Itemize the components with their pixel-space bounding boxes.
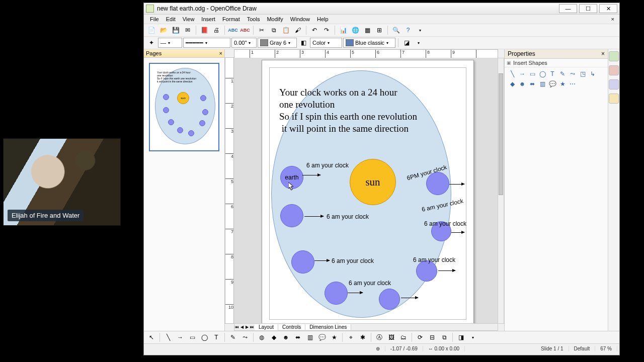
shape-connector-icon[interactable]: ⤳	[569, 70, 576, 77]
table-button[interactable]: ▦	[362, 25, 373, 36]
vertical-ruler[interactable]: 1 2 3 4 5 6 7 8 9 10	[225, 57, 234, 324]
stars-button[interactable]: ★	[329, 332, 340, 343]
scrollbar-thumb[interactable]	[499, 73, 503, 195]
shape-flowchart-icon[interactable]: ▥	[539, 80, 546, 87]
open-button[interactable]: 📂	[158, 25, 169, 36]
menu-window[interactable]: Window	[287, 16, 313, 23]
text-tool-button[interactable]: T	[211, 332, 222, 343]
email-button[interactable]: ✉	[182, 25, 193, 36]
fill-color-combo[interactable]: Blue classic▾	[343, 38, 395, 48]
arrow-shape[interactable]	[451, 232, 464, 233]
shape-callout-icon[interactable]: 💬	[549, 80, 556, 87]
arrow-style-combo[interactable]: — ▾	[158, 38, 182, 48]
shape-star-icon[interactable]: ★	[559, 80, 566, 87]
document-close-button[interactable]: ×	[609, 16, 616, 22]
menu-format[interactable]: Format	[219, 16, 243, 23]
tab-controls[interactable]: Controls	[278, 324, 305, 330]
align-button[interactable]: ⊟	[427, 332, 438, 343]
shape-more-arrow-icon[interactable]: ↳	[589, 70, 596, 77]
undo-button[interactable]: ↶	[309, 25, 320, 36]
connector-tool-button[interactable]: ⤳	[239, 332, 251, 343]
heading-text-shape[interactable]: Your clock works on a 24 hour one revolu…	[279, 86, 417, 135]
menu-tools[interactable]: Tools	[244, 16, 263, 23]
shape-text-icon[interactable]: T	[549, 70, 556, 77]
menu-file[interactable]: File	[147, 16, 162, 23]
tab-nav-next-button[interactable]: ▶	[245, 324, 250, 330]
earth-shape[interactable]	[416, 260, 437, 282]
area-dialog-button[interactable]: ◧	[298, 37, 309, 48]
symbol-shapes-button[interactable]: ☻	[280, 332, 291, 343]
sidebar-styles-button[interactable]	[609, 65, 619, 75]
extrusion-button[interactable]: ◨	[455, 332, 466, 343]
shape-ellipse-icon[interactable]: ◯	[539, 70, 546, 77]
menu-insert[interactable]: Insert	[198, 16, 218, 23]
auto-spellcheck-button[interactable]: ABC	[239, 25, 251, 36]
insert-shapes-group-header[interactable]: Insert Shapes	[505, 59, 608, 67]
zoom-button[interactable]: 🔍	[390, 25, 401, 36]
clock-label[interactable]: 6 am your clock	[327, 213, 369, 220]
export-pdf-button[interactable]: 📕	[199, 25, 210, 36]
drawing-page[interactable]: Your clock works on a 24 hour one revolu…	[262, 60, 474, 324]
toolbar-more-button[interactable]: ▾	[467, 332, 478, 343]
print-button[interactable]: 🖨	[211, 25, 222, 36]
sun-shape[interactable]: sun	[350, 159, 396, 205]
earth-shape[interactable]	[325, 282, 348, 305]
sidebar-gallery-button[interactable]	[609, 79, 619, 89]
earth-shape[interactable]	[379, 289, 400, 310]
sidebar-properties-button[interactable]	[609, 51, 619, 61]
shape-curve-icon[interactable]: ✎	[559, 70, 566, 77]
line-color-combo[interactable]: Gray 6▾	[258, 38, 297, 48]
arrow-shape[interactable]	[304, 216, 324, 217]
shape-arrow-icon[interactable]: →	[519, 70, 526, 77]
shape-block-arrow-icon[interactable]: ⬌	[529, 80, 536, 87]
shape-line-icon[interactable]: ╲	[509, 70, 516, 77]
shape-rect-icon[interactable]: ▭	[529, 70, 536, 77]
fontwork-button[interactable]: Ⓐ	[374, 332, 385, 343]
cut-button[interactable]: ✂	[256, 25, 267, 36]
toolbar-more-button[interactable]: ▾	[415, 25, 426, 36]
redo-button[interactable]: ↷	[321, 25, 332, 36]
tab-dimension-lines[interactable]: Dimension Lines	[305, 324, 351, 330]
flowchart-button[interactable]: ▥	[304, 332, 315, 343]
edit-points-button[interactable]: ⌖	[345, 332, 356, 343]
shape-more-icon[interactable]: ⋯	[569, 80, 576, 87]
ellipse-tool-button[interactable]: ◯	[199, 332, 210, 343]
spellcheck-button[interactable]: ABC	[227, 25, 238, 36]
minimize-button[interactable]: —	[559, 4, 577, 13]
menu-modify[interactable]: Modify	[264, 16, 286, 23]
hyperlink-button[interactable]: 🌐	[350, 25, 361, 36]
earth-shape[interactable]: earth	[280, 166, 303, 189]
navigator-button[interactable]: ⊞	[374, 25, 385, 36]
arrange-button[interactable]: ⧉	[439, 332, 450, 343]
arrow-shape[interactable]	[314, 260, 330, 261]
pages-panel-close-button[interactable]: ×	[219, 50, 222, 56]
3d-tool-button[interactable]: ◍	[256, 332, 267, 343]
close-button[interactable]: ✕	[599, 4, 617, 13]
select-tool-button[interactable]: ↖	[146, 332, 157, 343]
fill-mode-combo[interactable]: Color▾	[310, 38, 342, 48]
menu-edit[interactable]: Edit	[163, 16, 179, 23]
shape-basic-icon[interactable]: ◆	[509, 80, 516, 87]
arrow-shape[interactable]	[401, 298, 418, 298]
new-doc-button[interactable]: 📄	[146, 25, 157, 36]
line-width-combo[interactable]: 0.00"▾	[231, 38, 257, 48]
tab-nav-last-button[interactable]: ⏭	[250, 324, 255, 330]
copy-button[interactable]: ⧉	[268, 25, 279, 36]
sidebar-navigator-button[interactable]	[609, 94, 619, 104]
arrow-tool-button[interactable]: →	[175, 332, 186, 343]
page-thumbnail-1[interactable]: Your clock works on a 24 hourone revolut…	[149, 63, 219, 151]
arrow-shape[interactable]	[348, 293, 363, 293]
tab-nav-prev-button[interactable]: ◀	[239, 324, 245, 330]
earth-shape[interactable]	[291, 250, 314, 274]
tab-layout[interactable]: Layout	[255, 324, 278, 330]
clock-label[interactable]: 6 am your clock	[306, 162, 349, 169]
basic-shapes-button[interactable]: ◆	[268, 332, 279, 343]
arrow-shape[interactable]	[449, 184, 464, 185]
shape-symbol-icon[interactable]: ☻	[519, 80, 526, 87]
toolbar-more-button[interactable]: ▾	[413, 37, 424, 48]
line-tool-button[interactable]: ╲	[163, 332, 174, 343]
clock-label[interactable]: 6 am your clock	[332, 257, 374, 264]
from-file-button[interactable]: 🖼	[386, 332, 397, 343]
clock-label[interactable]: 6 am your clock	[413, 256, 455, 263]
status-zoom[interactable]: 67 %	[595, 346, 617, 351]
